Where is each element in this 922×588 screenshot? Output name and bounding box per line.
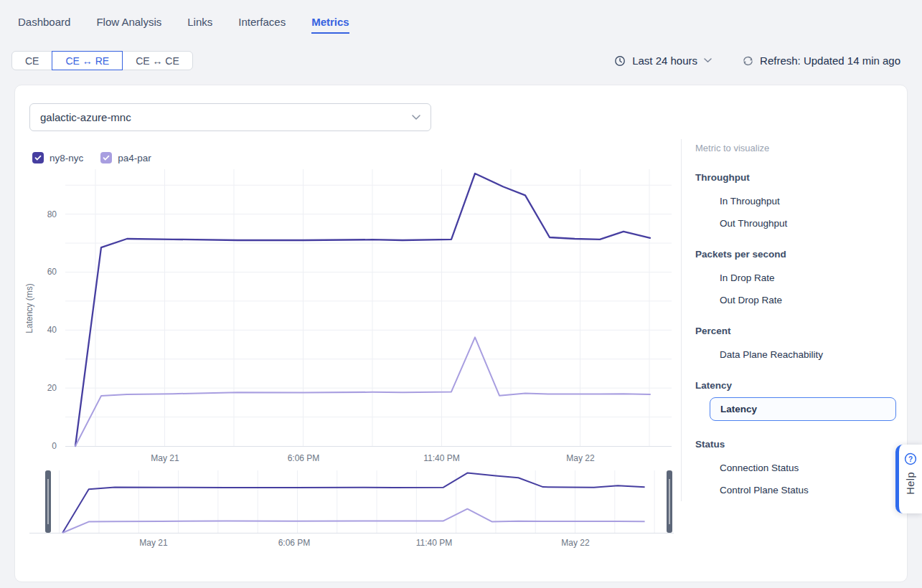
group-packets-per-second: Packets per second (695, 248, 911, 260)
metrics-card: galactic-azure-mnc ny8-nyc pa4-par 02040… (14, 85, 908, 582)
metric-sidebar: Metric to visualize Throughput In Throug… (695, 143, 911, 496)
filter-ce-re-button[interactable]: CE ↔ RE (52, 51, 123, 70)
metric-item-latency[interactable]: Latency (710, 397, 896, 421)
metric-item-data-plane-reachability[interactable]: Data Plane Reachability (695, 348, 911, 361)
metric-item-out-drop-rate[interactable]: Out Drop Rate (695, 294, 911, 306)
filter-ce-button[interactable]: CE (11, 51, 52, 70)
chevron-down-icon (704, 58, 712, 63)
group-status: Status (695, 438, 911, 450)
svg-text:May 21: May 21 (139, 538, 168, 548)
device-select[interactable]: galactic-azure-mnc (29, 103, 431, 131)
svg-text:11:40 PM: 11:40 PM (423, 453, 459, 463)
tab-metrics[interactable]: Metrics (311, 16, 349, 34)
help-label: Help (905, 472, 916, 495)
time-range-label: Last 24 hours (632, 54, 697, 67)
metric-item-in-drop-rate[interactable]: In Drop Rate (695, 272, 911, 284)
refresh-button[interactable]: Refresh: Updated 14 min ago (742, 54, 900, 67)
metric-item-control-plane-status[interactable]: Control Plane Status (695, 484, 911, 496)
connection-type-segmented-control: CE CE ↔ RE CE ↔ CE (11, 51, 193, 70)
svg-text:11:40 PM: 11:40 PM (416, 538, 452, 548)
metric-item-out-throughput[interactable]: Out Throughput (695, 217, 911, 229)
svg-text:6:06 PM: 6:06 PM (288, 453, 320, 463)
time-range-dropdown[interactable]: Last 24 hours (614, 54, 712, 67)
metric-sidebar-title: Metric to visualize (695, 143, 911, 154)
svg-text:May 21: May 21 (151, 453, 179, 463)
chevron-down-icon (412, 115, 420, 120)
refresh-icon (742, 55, 754, 67)
tab-dashboard[interactable]: Dashboard (18, 16, 70, 34)
tab-interfaces[interactable]: Interfaces (238, 16, 286, 34)
group-percent: Percent (695, 325, 911, 337)
svg-text:0: 0 (52, 441, 57, 451)
svg-text:Latency (ms): Latency (ms) (24, 283, 34, 333)
clock-icon (614, 55, 626, 67)
svg-text:80: 80 (47, 209, 57, 219)
top-nav: Dashboard Flow Analysis Links Interfaces… (0, 0, 922, 34)
metric-item-connection-status[interactable]: Connection Status (695, 462, 911, 474)
metric-item-in-throughput[interactable]: In Throughput (695, 195, 911, 207)
refresh-label: Refresh: Updated 14 min ago (760, 54, 900, 67)
svg-text:May 22: May 22 (566, 453, 595, 463)
svg-text:40: 40 (47, 325, 57, 335)
group-throughput: Throughput (695, 171, 911, 184)
svg-text:6:06 PM: 6:06 PM (278, 538, 311, 548)
toolbar: CE CE ↔ RE CE ↔ CE Last 24 hours Refr (11, 51, 900, 70)
help-button[interactable]: ? Help (895, 445, 922, 513)
device-select-value: galactic-azure-mnc (40, 111, 412, 123)
brush-handle[interactable] (45, 470, 51, 533)
latency-line-chart[interactable]: 020406080May 216:06 PM11:40 PMMay 22Late… (15, 157, 682, 473)
svg-text:May 22: May 22 (561, 538, 590, 548)
svg-text:?: ? (908, 455, 913, 463)
brush-handle[interactable] (667, 470, 672, 533)
chart-range-brush[interactable]: May 216:06 PM11:40 PMMay 22 (15, 465, 682, 548)
svg-text:60: 60 (47, 267, 57, 277)
tab-flow-analysis[interactable]: Flow Analysis (96, 16, 161, 34)
filter-ce-ce-button[interactable]: CE ↔ CE (122, 51, 193, 70)
svg-text:20: 20 (47, 383, 57, 393)
group-latency: Latency (695, 379, 911, 392)
help-icon: ? (904, 452, 917, 465)
divider (681, 139, 682, 501)
tab-links[interactable]: Links (187, 16, 212, 34)
